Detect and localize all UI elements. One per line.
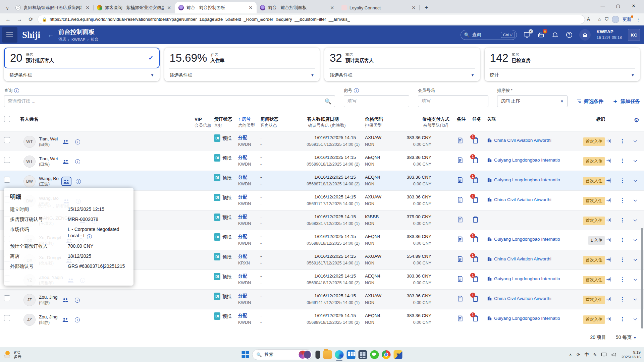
taskbar-app-icon[interactable] (316, 351, 320, 359)
info-icon[interactable]: i (73, 296, 82, 304)
check-in-icon[interactable] (606, 197, 612, 203)
tab-close-icon[interactable]: ✕ (166, 5, 172, 10)
col-notes[interactable]: 备注 (457, 116, 472, 122)
room-assign-link[interactable]: 分配 (238, 273, 260, 279)
filter-conditions-button[interactable]: 筛选条件 (576, 95, 603, 107)
notes-icon[interactable]: 1 (457, 137, 472, 144)
window-close-button[interactable]: ✕ (626, 0, 641, 11)
col-guest-count[interactable]: 客人数 (290, 116, 321, 122)
col-room-number[interactable]: 房号 (242, 117, 251, 122)
global-search-input[interactable]: 🔍 查询 Ctrl+/ (461, 30, 517, 40)
row-more-icon[interactable]: ⋮ (620, 256, 625, 263)
notes-icon[interactable]: 1 (457, 295, 472, 302)
room-assign-link[interactable]: 分配 (238, 214, 260, 220)
row-expand-chevron-icon[interactable] (633, 158, 638, 164)
check-in-icon[interactable] (606, 138, 612, 144)
col-arrival-date[interactable]: 抵店日期 (321, 116, 365, 122)
col-rate-code[interactable]: 价格代码 (365, 116, 396, 122)
company-link[interactable]: Guiyang Longdongbao Internatio (487, 316, 572, 321)
taskbar-weather-widget[interactable]: 9°C多云 (3, 350, 21, 359)
room-assign-link[interactable]: 分配 (238, 154, 260, 161)
row-expand-chevron-icon[interactable] (633, 138, 638, 144)
col-guest-name[interactable]: 客人姓名 (20, 116, 195, 122)
guest-group-icon[interactable] (61, 296, 70, 304)
table-row[interactable]: WT Tian, Wei (田炜) i DI预抵 分配KWDN -- 1/005… (0, 151, 644, 171)
notifications-bell-icon[interactable] (551, 31, 559, 39)
add-task-button[interactable]: ＋添加任务 (612, 95, 640, 107)
company-link[interactable]: China Civil Aviation Airworthi (487, 138, 572, 143)
info-icon[interactable]: i (14, 88, 19, 93)
tab-close-icon[interactable]: ✕ (85, 5, 90, 10)
row-more-icon[interactable]: ⋮ (620, 237, 625, 243)
display-icon[interactable] (601, 352, 607, 357)
col-tags[interactable]: 标识 (572, 116, 605, 122)
guest-name[interactable]: Tian, Wei (39, 156, 58, 161)
room-assign-link[interactable]: 分配 (238, 293, 260, 299)
row-expand-chevron-icon[interactable] (633, 198, 638, 203)
room-number-input[interactable]: 填写 (344, 95, 409, 107)
check-in-icon[interactable] (606, 217, 612, 223)
new-tab-button[interactable]: + (422, 3, 431, 12)
col-tasks[interactable]: 任务 (472, 116, 487, 122)
browser-tab-1[interactable]: 贵阳机场智选假日酒店系统网址导 ✕ (12, 2, 94, 13)
row-more-icon[interactable]: ⋮ (620, 197, 625, 203)
notes-icon[interactable] (457, 216, 472, 223)
member-number-input[interactable]: 填写 (418, 95, 488, 107)
finance-app-icon[interactable]: ¥ (394, 350, 402, 359)
refresh-icon[interactable]: ⟳ (26, 15, 36, 24)
read-aloud-icon[interactable]: Aゞ (587, 16, 594, 22)
room-assign-link[interactable]: 分配 (238, 134, 260, 141)
card-stats-dropdown[interactable]: 统计▼ (485, 69, 640, 81)
col-vip[interactable]: VIP (195, 116, 214, 122)
query-input[interactable]: 查询预订按 ... 🔍 (4, 95, 335, 107)
home-icon[interactable] (579, 29, 591, 41)
browser-tab-4[interactable]: 前台 - 前台控制面板 ✕ (257, 2, 338, 13)
card-arrivals[interactable]: 20 抵店 预计抵店客人 ✓ 筛选条件栏▼ (4, 48, 160, 81)
table-row[interactable]: JZ Zou, Jing (邹静) i DI预抵 分配KWDN -- 1/005… (0, 290, 644, 309)
tray-expand-icon[interactable]: ∧ (569, 352, 572, 357)
guest-group-icon[interactable] (61, 158, 70, 166)
tab-search-icon[interactable]: ∨ (3, 3, 12, 13)
card-departures[interactable]: 32 离店 预计离店客人 筛选条件栏▼ (324, 48, 480, 81)
cashier-icon[interactable]: 🔒 (537, 31, 545, 39)
col-links[interactable]: 关联 (487, 116, 572, 122)
guest-group-icon[interactable] (62, 177, 71, 185)
browser-tab-5[interactable]: Loyalty Connect ✕ (338, 2, 420, 13)
row-expand-chevron-icon[interactable] (633, 237, 638, 243)
start-button[interactable] (242, 351, 249, 358)
room-assign-link[interactable]: 分配 (238, 312, 260, 319)
check-in-icon[interactable] (606, 316, 612, 322)
row-expand-chevron-icon[interactable] (633, 218, 638, 223)
row-more-icon[interactable]: ⋮ (620, 296, 625, 302)
tab-close-icon[interactable]: ✕ (248, 5, 253, 10)
company-link[interactable]: Guiyang Longdongbao Internatio (487, 158, 572, 163)
card-occupancy[interactable]: 15.69% 在店 入住率 筛选条件栏▼ (164, 48, 320, 81)
col-room-status[interactable]: 房间状态 (260, 116, 290, 122)
guest-name[interactable]: Wang, Bo (39, 176, 59, 181)
window-minimize-button[interactable]: — (595, 0, 610, 11)
col-reservation-status[interactable]: 预订状态 (214, 116, 238, 122)
browser-update-button[interactable]: 更新 (623, 16, 633, 22)
col-payment[interactable]: 支付方式 (431, 116, 457, 122)
help-icon[interactable] (565, 31, 573, 39)
info-icon[interactable]: i (73, 316, 82, 324)
room-assign-link[interactable]: 分配 (238, 233, 260, 240)
table-settings-gear-icon[interactable]: ⚙ (634, 117, 639, 124)
company-link[interactable]: China Civil Aviation Airworthi (487, 296, 572, 301)
edge-browser-icon[interactable] (335, 350, 344, 359)
row-checkbox[interactable] (4, 315, 10, 321)
company-link[interactable]: Guiyang Longdongbao Internatio (487, 276, 572, 281)
vertical-scrollbar[interactable] (641, 228, 643, 328)
breadcrumb-frontdesk[interactable]: 前台 (91, 37, 98, 42)
table-row[interactable]: WT Tian, Wei (田炜) i DI预抵 分配KWDN -- 1/005… (0, 131, 644, 151)
sort-select[interactable]: 房间 正序▼ (497, 95, 568, 107)
tasks-clipboard-icon[interactable] (472, 216, 487, 225)
info-icon[interactable]: i (87, 234, 92, 239)
notes-icon[interactable]: 1 (457, 236, 472, 243)
row-expand-chevron-icon[interactable] (633, 178, 638, 183)
ime-indicator[interactable]: 中 (585, 352, 589, 358)
check-in-icon[interactable] (606, 256, 612, 263)
row-more-icon[interactable]: ⋮ (620, 217, 625, 223)
browser-tab-2[interactable]: 旅客查询 - 紫楠旅馆业治安信息管 ✕ (94, 2, 175, 13)
wechat-icon[interactable] (370, 350, 379, 359)
